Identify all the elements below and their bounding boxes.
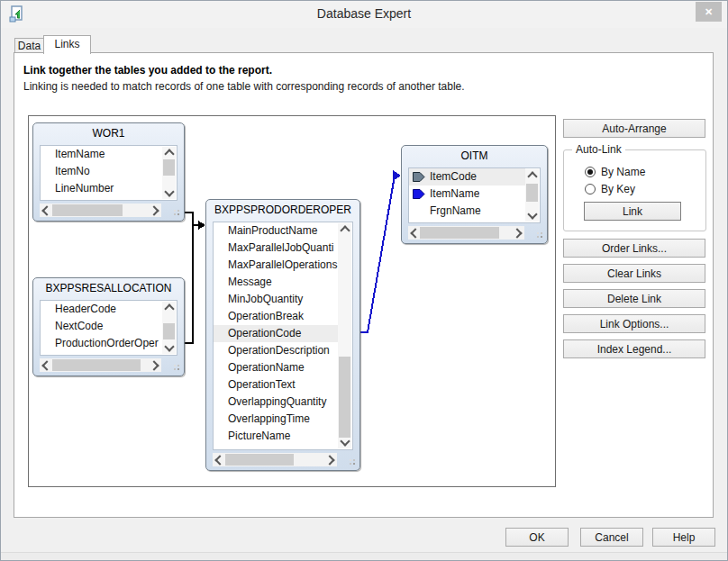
cancel-button[interactable]: Cancel (580, 528, 643, 547)
table-box-wor1[interactable]: WOR1 ItemName ItemNo LineNumber (32, 122, 185, 222)
scroll-down-icon[interactable] (525, 210, 539, 222)
field-row[interactable]: HeaderCode (41, 301, 162, 318)
link-canvas: WOR1 ItemName ItemNo LineNumber (28, 115, 556, 487)
scroll-left-icon[interactable] (40, 358, 51, 372)
scrollbar-thumb[interactable] (163, 323, 175, 339)
table-title[interactable]: WOR1 (33, 123, 184, 144)
tab-data[interactable]: Data (14, 38, 44, 52)
scrollbar-thumb[interactable] (163, 159, 175, 176)
vertical-scrollbar[interactable] (525, 169, 539, 222)
link-line-prodoper-oitm[interactable] (360, 176, 395, 332)
scroll-down-icon[interactable] (162, 342, 176, 354)
field-row[interactable]: OperationName (214, 359, 338, 376)
scrollbar-thumb[interactable] (420, 227, 499, 239)
window-title: Database Expert (1, 6, 727, 21)
radio-by-key[interactable]: By Key (585, 183, 635, 195)
help-button[interactable]: Help (652, 528, 715, 547)
scrollbar-thumb[interactable] (52, 359, 141, 371)
resize-grip[interactable] (177, 368, 179, 370)
close-button[interactable]: ✕ (696, 2, 722, 22)
radio-unselected-icon[interactable] (585, 184, 596, 195)
field-row[interactable]: ItemNo (41, 163, 162, 180)
vertical-scrollbar[interactable] (162, 147, 176, 199)
field-row[interactable]: ItemName (409, 185, 525, 203)
ok-button[interactable]: OK (505, 528, 569, 547)
delete-link-button[interactable]: Delete Link (563, 289, 705, 308)
scroll-down-icon[interactable] (338, 437, 351, 448)
resize-grip[interactable] (177, 213, 179, 215)
link-line-resalloc-prodoper[interactable] (185, 225, 193, 343)
scroll-right-icon[interactable] (513, 226, 524, 240)
field-row[interactable]: Message (214, 274, 338, 291)
scroll-left-icon[interactable] (213, 453, 224, 466)
scrollbar-thumb[interactable] (339, 357, 350, 438)
radio-by-name[interactable]: By Name (585, 166, 645, 178)
horizontal-scrollbar[interactable] (408, 226, 524, 240)
field-row[interactable]: LineNumber (41, 180, 162, 197)
database-expert-dialog: Database Expert ✕ Data Links Link togeth… (0, 0, 728, 561)
instruction-body: Linking is needed to match records of on… (23, 80, 465, 93)
title-bar[interactable]: Database Expert ✕ (1, 1, 727, 28)
link-options-button[interactable]: Link Options... (563, 314, 705, 333)
field-label: ItemName (430, 185, 479, 203)
vertical-scrollbar[interactable] (162, 302, 176, 354)
table-box-bxppsprodorderoper[interactable]: BXPPSPRODORDEROPER MainProductName MaxPa… (205, 199, 360, 471)
field-row[interactable]: OperationBreak (214, 308, 338, 325)
scroll-up-icon[interactable] (162, 302, 176, 313)
field-row[interactable]: OperationText (214, 376, 338, 394)
index-legend-button[interactable]: Index Legend... (563, 339, 705, 358)
horizontal-scrollbar[interactable] (40, 358, 161, 372)
scroll-up-icon[interactable] (338, 223, 351, 235)
tab-links[interactable]: Links (43, 35, 91, 54)
scroll-left-icon[interactable] (40, 204, 51, 217)
field-row[interactable]: MinJobQuantity (214, 291, 338, 308)
field-row[interactable]: NextCode (41, 318, 162, 335)
radio-label: By Name (601, 166, 645, 178)
field-row-linked[interactable]: OperationCode (214, 325, 338, 342)
scrollbar-thumb[interactable] (52, 204, 123, 216)
scrollbar-thumb[interactable] (526, 184, 538, 202)
auto-arrange-button[interactable]: Auto-Arrange (563, 119, 705, 138)
field-row-linked[interactable]: ItemCode (409, 168, 525, 185)
field-list: MainProductName MaxParallelJobQuanti Max… (213, 222, 353, 450)
table-title[interactable]: BXPPSPRODORDEROPER (206, 200, 359, 221)
field-row[interactable]: FrgnName (409, 203, 525, 220)
horizontal-scrollbar[interactable] (40, 204, 161, 217)
field-row[interactable]: MaxParallelOperations (214, 257, 338, 274)
clear-links-button[interactable]: Clear Links (563, 264, 705, 283)
field-row[interactable]: OverlappingTime (214, 411, 338, 428)
resize-grip[interactable] (541, 236, 542, 238)
scroll-right-icon[interactable] (150, 358, 161, 372)
indexed-field-arrow-gray-icon (413, 172, 425, 182)
field-row[interactable]: MaxParallelJobQuanti (214, 240, 338, 257)
scroll-down-icon[interactable] (162, 187, 176, 199)
link-button[interactable]: Link (584, 202, 681, 221)
field-row[interactable]: ItemName (41, 146, 162, 163)
scrollbar-thumb[interactable] (225, 454, 294, 466)
field-list: HeaderCode NextCode ProductionOrderOper (40, 300, 177, 356)
field-row[interactable]: ProductionOrderOper (41, 335, 162, 352)
scroll-right-icon[interactable] (325, 453, 337, 466)
field-row[interactable]: OverlappingQuantity (214, 394, 338, 411)
auto-link-group: Auto-Link By Name By Key Link (563, 149, 706, 231)
field-row[interactable]: PictureName (214, 428, 338, 445)
radio-label: By Key (601, 183, 635, 195)
scroll-up-icon[interactable] (525, 169, 539, 181)
auto-link-group-label: Auto-Link (572, 143, 625, 156)
link-arrowhead-prodoper (198, 221, 205, 230)
horizontal-scrollbar[interactable] (213, 453, 337, 466)
table-box-bxppsresallocation[interactable]: BXPPSRESALLOCATION HeaderCode NextCode P… (32, 277, 185, 376)
table-box-oitm[interactable]: OITM ItemCode ItemName (401, 145, 548, 244)
scroll-right-icon[interactable] (150, 204, 161, 217)
field-row[interactable]: MainProductName (214, 222, 338, 240)
scroll-left-icon[interactable] (408, 226, 420, 240)
vertical-scrollbar[interactable] (338, 223, 351, 448)
order-links-button[interactable]: Order Links... (563, 239, 705, 258)
field-row[interactable]: OperationDescription (214, 342, 338, 359)
link-line-wor1-prodoper[interactable] (185, 213, 198, 225)
scroll-up-icon[interactable] (162, 147, 176, 158)
radio-selected-icon[interactable] (585, 167, 596, 177)
resize-grip[interactable] (353, 463, 355, 465)
table-title[interactable]: BXPPSRESALLOCATION (33, 278, 184, 299)
table-title[interactable]: OITM (402, 146, 547, 167)
